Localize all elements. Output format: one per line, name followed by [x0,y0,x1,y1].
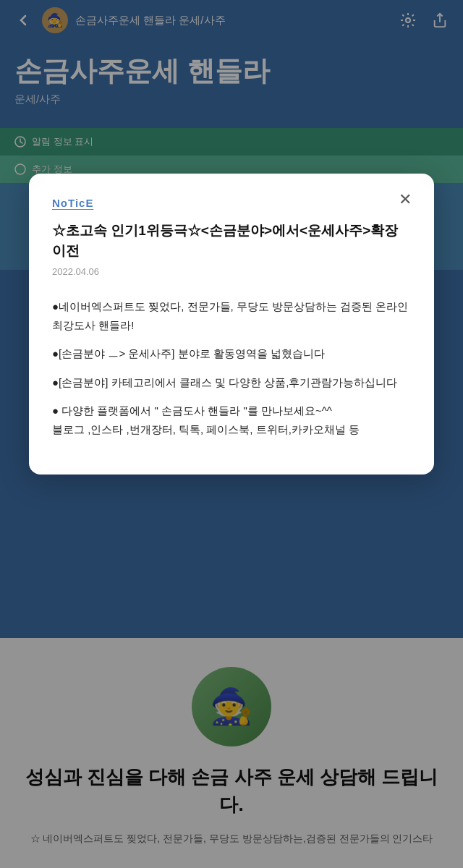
modal-body-paragraph-3: ●[손금분야] 카테고리에서 클래스 및 다양한 상품,후기관람가능하십니다 [52,373,411,392]
modal-close-button[interactable]: ✕ [394,188,417,211]
modal-dialog: ✕ NoTicE ☆초고속 인기1위등극☆<손금분야>에서<운세사주>확장이전 … [29,174,434,475]
modal-date: 2022.04.06 [52,266,411,277]
modal-body: ●네이버엑스퍼트도 찢었다, 전문가들, 무당도 방문상담하는 검증된 온라인 … [52,297,411,438]
modal-body-paragraph-2: ●[손금분야 ㅡ> 운세사주] 분야로 활동영역을 넓혔습니다 [52,344,411,363]
modal-body-paragraph-4: ● 다양한 플랫폼에서 " 손금도사 핸들라 "를 만나보세요~^^블로그 ,인… [52,401,411,438]
modal-body-paragraph-1: ●네이버엑스퍼트도 찢었다, 전문가들, 무당도 방문상담하는 검증된 온라인 … [52,297,411,334]
modal-notice-label: NoTicE [52,197,411,209]
modal-overlay[interactable]: ✕ NoTicE ☆초고속 인기1위등극☆<손금분야>에서<운세사주>확장이전 … [0,0,463,868]
modal-title: ☆초고속 인기1위등극☆<손금분야>에서<운세사주>확장이전 [52,221,411,260]
